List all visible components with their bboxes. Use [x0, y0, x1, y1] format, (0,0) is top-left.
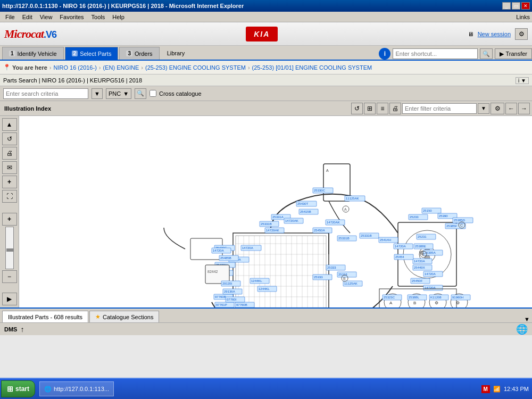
- transfer-button[interactable]: ▶ Transfer: [495, 48, 532, 59]
- taskbar-items: 🌐 http://127.0.0.1:113...: [35, 381, 481, 396]
- tab2-num: 2: [72, 51, 78, 56]
- transfer-label: Transfer: [505, 51, 527, 57]
- filter-dropdown[interactable]: ▼: [478, 103, 489, 114]
- menu-help[interactable]: Help: [109, 13, 128, 21]
- shortcut-input[interactable]: [393, 48, 478, 59]
- breadcrumb-engine[interactable]: (EN) ENGINE: [103, 64, 139, 71]
- app-container: Microcat.V6 KIA 🖥 New session ⚙ 1 Identi…: [0, 22, 532, 378]
- nav-tabs: 1 Identify Vehicle 2 Select Parts 3 Orde…: [0, 46, 532, 61]
- restore-btn[interactable]: ▭: [512, 2, 520, 10]
- svg-text:⚙: ⚙: [435, 301, 438, 305]
- menu-edit[interactable]: Edit: [19, 13, 36, 21]
- search-criteria-dropdown[interactable]: ▼: [92, 88, 103, 99]
- start-button[interactable]: ⊞ start: [1, 380, 35, 397]
- info-button[interactable]: i: [379, 48, 390, 60]
- svg-text:29135I: 29135I: [222, 282, 232, 285]
- prev-button[interactable]: ←: [505, 103, 517, 114]
- menu-favorites[interactable]: Favorites: [56, 13, 87, 21]
- menu-file[interactable]: File: [2, 13, 18, 21]
- svg-text:14720AK: 14720AK: [285, 219, 298, 222]
- network-icon: 📶: [493, 386, 501, 393]
- minimize-btn[interactable]: _: [502, 2, 511, 10]
- illustrated-parts-label: Illustrated Parts - 608 results: [8, 314, 82, 320]
- list-view-button[interactable]: ≡: [377, 103, 388, 114]
- svg-text:25390: 25390: [439, 214, 448, 218]
- menu-view[interactable]: View: [37, 13, 56, 21]
- svg-text:91960H: 91960H: [452, 296, 463, 299]
- tab1-label: Identify Vehicle: [18, 51, 57, 57]
- svg-text:14720A: 14720A: [414, 260, 425, 263]
- svg-text:97761P: 97761P: [216, 303, 227, 306]
- zoom-slider-container: + −: [2, 204, 17, 291]
- close-btn[interactable]: ✕: [521, 2, 530, 10]
- svg-text:25150: 25150: [423, 209, 432, 212]
- dms-bar: DMS ↑ 🌐: [0, 322, 532, 335]
- svg-text:A: A: [344, 207, 347, 211]
- svg-text:1244KL: 1244KL: [251, 279, 262, 282]
- svg-text:B: B: [343, 277, 346, 280]
- svg-text:25330C: 25330C: [314, 189, 326, 192]
- settings-button[interactable]: ⚙: [515, 28, 528, 40]
- filter-options-button[interactable]: ⚙: [491, 103, 504, 114]
- tab-illustrated-parts[interactable]: Illustrated Parts - 608 results: [2, 311, 88, 322]
- print-sidebar-button[interactable]: 🖨: [2, 147, 17, 160]
- svg-text:25414H: 25414H: [380, 238, 391, 242]
- svg-text:A: A: [389, 301, 393, 305]
- logo-microcat: Microcat: [4, 27, 44, 40]
- refresh-button[interactable]: ↺: [351, 103, 363, 114]
- svg-text:25388L: 25388L: [409, 296, 420, 299]
- svg-text:11125AK: 11125AK: [346, 197, 359, 200]
- next-button[interactable]: →: [518, 103, 530, 114]
- dms-label: DMS: [4, 326, 17, 332]
- zoom-in-sidebar-button[interactable]: +: [2, 176, 17, 188]
- search-criteria-input[interactable]: [3, 88, 88, 99]
- new-session-button[interactable]: New session: [478, 31, 511, 37]
- catalogue-sections-label: Catalogue Sections: [103, 314, 153, 320]
- cross-catalogue-checkbox[interactable]: [149, 90, 156, 97]
- scroll-up-button[interactable]: ▲: [2, 118, 17, 131]
- tab-identify-vehicle[interactable]: 1 Identify Vehicle: [2, 47, 64, 60]
- kia-logo: KIA: [246, 27, 278, 41]
- catalogue-star-icon: ★: [95, 313, 101, 320]
- links-area: Links: [516, 14, 530, 20]
- print-button[interactable]: 🖨: [389, 103, 401, 114]
- zoom-plus-button[interactable]: +: [2, 213, 17, 226]
- expand-button[interactable]: ▶: [2, 293, 17, 305]
- cross-catalogue-label[interactable]: Cross catalogue: [149, 90, 202, 97]
- tab-library[interactable]: Library: [161, 47, 192, 60]
- tab-catalogue-sections[interactable]: ★ Catalogue Sections: [89, 311, 159, 322]
- dms-up-icon[interactable]: ↑: [20, 325, 24, 334]
- pnc-dropdown[interactable]: PNC ▼: [106, 88, 131, 99]
- parts-info-icon[interactable]: i ▼: [516, 77, 529, 84]
- header-right: 🖥 New session ⚙: [468, 28, 528, 40]
- new-session-icon: 🖥: [468, 31, 473, 37]
- svg-text:25331B: 25331B: [361, 234, 372, 237]
- svg-text:1244KL: 1244KL: [259, 287, 270, 290]
- microcat-tray[interactable]: M: [481, 385, 490, 393]
- tab-orders[interactable]: 3 Orders: [119, 47, 159, 60]
- grid-view-button[interactable]: ⊞: [364, 103, 376, 114]
- breadcrumb-cooling[interactable]: (25-253) ENGINE COOLING SYSTEM: [145, 64, 246, 71]
- svg-text:25331B: 25331B: [261, 222, 272, 226]
- refresh-sidebar-button[interactable]: ↺: [2, 132, 17, 145]
- menu-tools[interactable]: Tools: [88, 13, 109, 21]
- search-go-button[interactable]: 🔍: [135, 88, 146, 99]
- breadcrumb-cooling-detail[interactable]: (25-253) [01/01] ENGINE COOLING SYSTEM: [252, 64, 372, 71]
- svg-text:97760B: 97760B: [236, 303, 247, 306]
- fullscreen-sidebar-button[interactable]: ⛶: [2, 190, 17, 203]
- shortcut-search-button[interactable]: 🔍: [480, 48, 493, 59]
- filter-input[interactable]: [402, 103, 477, 114]
- taskbar: ⊞ start 🌐 http://127.0.0.1:113... M 📶 12…: [0, 378, 532, 399]
- svg-text:82442: 82442: [207, 270, 218, 273]
- tab-select-parts[interactable]: 2 Select Parts: [65, 47, 119, 60]
- bottom-expand-icon: ▼: [524, 316, 530, 322]
- mail-sidebar-button[interactable]: ✉: [2, 161, 17, 174]
- library-label: Library: [167, 50, 185, 56]
- breadcrumb-niro[interactable]: NIRO 16 (2016-): [54, 64, 97, 71]
- taskbar-ie-item[interactable]: 🌐 http://127.0.0.1:113...: [39, 381, 114, 396]
- zoom-minus-button[interactable]: −: [2, 270, 17, 283]
- title-bar: http://127.0.0.1:1130 - NIRO 16 (2016-) …: [0, 0, 532, 12]
- bottom-arrow[interactable]: ▼: [524, 316, 530, 322]
- parts-search-text: Parts Search | NIRO 16 (2016-) | KEURPG5…: [3, 77, 142, 84]
- zoom-slider[interactable]: [5, 227, 14, 269]
